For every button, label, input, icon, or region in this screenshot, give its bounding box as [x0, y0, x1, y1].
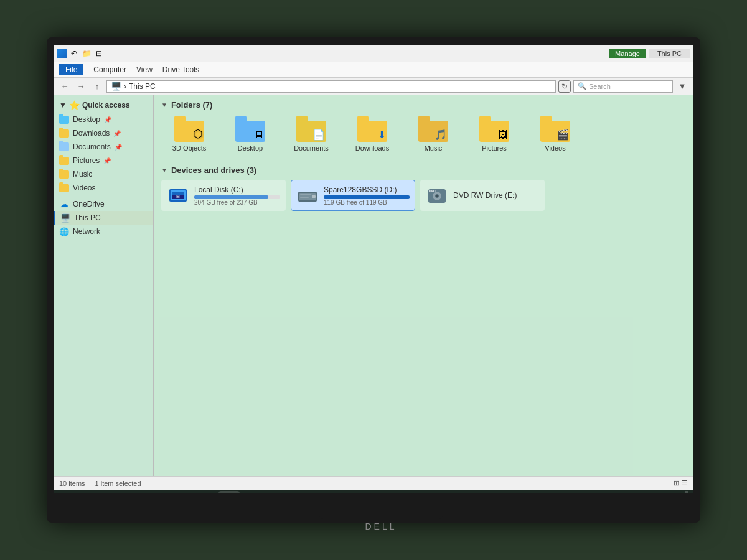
tab-view[interactable]: View [136, 65, 153, 74]
tray-volume[interactable]: 🔊 [612, 491, 626, 493]
folders-grid: ⬡ 3D Objects 🖥 Desktop [161, 114, 685, 156]
dropdown-btn[interactable]: ▼ [675, 80, 689, 93]
ribbon-top-bar: ↶ 📁 ⊟ Manage This PC [54, 45, 693, 62]
drives-section-header[interactable]: ▼ Devices and drives (3) [161, 166, 685, 175]
view-tiles-icon[interactable]: ⊞ [674, 479, 679, 487]
sidebar-item-pictures[interactable]: Pictures 📌 [54, 154, 153, 167]
drive-c-icon: ⊞ [167, 184, 189, 207]
pin-icon-desktop: 📌 [104, 116, 111, 123]
taskbar-icons: ⧉ 📁 🔒 ✉ [196, 491, 531, 493]
search-icon: 🔍 [578, 82, 586, 90]
desktop-folder-icon [59, 114, 69, 124]
taskbar-lock[interactable]: 🔒 [263, 491, 284, 493]
drive-e[interactable]: DVD DVD RW Drive (E:) [420, 180, 545, 211]
nav-back-btn[interactable]: ← [58, 80, 72, 93]
nav-up-btn[interactable]: ↑ [90, 80, 104, 93]
sidebar-item-videos[interactable]: Videos [54, 181, 153, 195]
monitor-bezel: ↶ 📁 ⊟ Manage This PC File Computer View … [47, 37, 700, 523]
address-thispc[interactable]: This PC [129, 82, 156, 91]
sidebar-item-network[interactable]: 🌐 Network [54, 225, 153, 238]
drive-c[interactable]: ⊞ Local Disk (C:) 204 GB free of 237 GB [161, 180, 286, 211]
svg-rect-8 [300, 194, 311, 195]
taskbar-app-7[interactable]: 🎮 [353, 491, 374, 493]
tab-drive-tools[interactable]: Drive Tools [162, 65, 199, 74]
context-tab-thispc[interactable]: This PC [649, 49, 690, 58]
start-button[interactable] [57, 491, 79, 493]
nav-forward-btn[interactable]: → [74, 80, 88, 93]
drive-c-name: Local Disk (C:) [194, 185, 280, 194]
address-bar: ← → ↑ 🖥️ › This PC ↻ 🔍 Search ▼ [54, 78, 693, 95]
taskbar-app-9[interactable]: 🌐 [420, 491, 441, 493]
sidebar-item-onedrive[interactable]: ☁ OneDrive [54, 197, 153, 211]
qat-properties-btn[interactable]: ⊟ [93, 48, 105, 59]
taskbar-spotify[interactable]: ♫ [465, 491, 486, 493]
tab-file[interactable]: File [59, 64, 83, 75]
drive-d-free: 119 GB free of 119 GB [324, 199, 410, 206]
3dobjects-label: 3D Objects [172, 144, 206, 152]
folder-3dobjects[interactable]: ⬡ 3D Objects [161, 114, 217, 156]
drive-e-icon: DVD [426, 184, 448, 207]
folder-documents[interactable]: 📄 Documents [283, 114, 339, 156]
drive-d-name: Spare128GBSSD (D:) [324, 185, 410, 194]
documents-icon: 📄 [296, 118, 326, 142]
sidebar-quick-access[interactable]: ▼ ⭐ Quick access [54, 98, 153, 113]
folder-pictures[interactable]: 🖼 Pictures [466, 114, 522, 156]
folder-music[interactable]: 🎵 Music [405, 114, 461, 156]
folder-downloads[interactable]: ⬇ Downloads [344, 114, 400, 156]
sidebar-desktop-label: Desktop [73, 115, 100, 124]
drives-grid: ⊞ Local Disk (C:) 204 GB free of 237 GB [161, 180, 685, 211]
context-tab-manage[interactable]: Manage [609, 49, 646, 58]
search-placeholder-text: Search [589, 83, 611, 90]
sidebar-item-desktop[interactable]: Desktop 📌 [54, 113, 153, 126]
sidebar-item-documents[interactable]: Documents 📌 [54, 140, 153, 154]
taskbar-explorer[interactable]: 📁 [218, 491, 240, 493]
taskbar-firefox[interactable] [308, 491, 329, 493]
sidebar-item-music[interactable]: Music [54, 167, 153, 181]
desktop-icon: 🖥 [235, 118, 265, 142]
taskbar-app-8[interactable]: ⬤ [375, 491, 397, 493]
tab-computer[interactable]: Computer [93, 65, 126, 74]
sidebar-item-thispc[interactable]: 🖥️ This PC [54, 211, 153, 225]
taskbar-app-11[interactable]: ⊝ [510, 491, 531, 493]
chevron-down-icon: ▼ [59, 101, 67, 110]
folder-videos[interactable]: 🎬 Videos [527, 114, 583, 156]
taskbar-mail[interactable]: ✉ [286, 491, 307, 493]
taskbar-chrome[interactable] [331, 491, 352, 493]
music-label: Music [425, 144, 443, 152]
folder-desktop[interactable]: 🖥 Desktop [222, 114, 278, 156]
drives-header-text: Devices and drives (3) [171, 166, 256, 175]
3dobjects-icon: ⬡ [174, 118, 204, 142]
sidebar-music-label: Music [73, 170, 92, 179]
folders-chevron: ▼ [161, 101, 167, 108]
search-box[interactable]: 🔍 Search [573, 80, 673, 93]
taskbar-app-10[interactable]: ⚠ [443, 491, 464, 493]
folders-section-header[interactable]: ▼ Folders (7) [161, 100, 685, 110]
pictures-folder-icon [59, 156, 69, 166]
taskbar-filezilla[interactable]: F [398, 491, 419, 493]
pictures-label: Pictures [482, 144, 507, 152]
downloads-folder-icon [59, 128, 69, 138]
show-desktop-btn[interactable] [685, 491, 688, 493]
documents-folder-icon [59, 142, 69, 152]
drive-e-info: DVD RW Drive (E:) [453, 191, 539, 200]
qat-back-btn[interactable]: ↶ [68, 48, 80, 59]
monitor-stand: DELL [54, 493, 708, 531]
address-path[interactable]: 🖥️ › This PC [106, 80, 556, 93]
tray-network[interactable]: 🌐 [628, 491, 642, 493]
stand-neck [362, 493, 400, 511]
windows-icon [57, 49, 67, 58]
taskbar-edge[interactable] [241, 491, 262, 493]
videos-folder-icon [59, 183, 69, 193]
sidebar-item-downloads[interactable]: Downloads 📌 [54, 126, 153, 140]
refresh-btn[interactable]: ↻ [558, 80, 571, 93]
downloads-icon: ⬇ [357, 118, 387, 142]
drive-d[interactable]: Spare128GBSSD (D:) 119 GB free of 119 GB [291, 180, 415, 211]
taskbar-right: ⛅ 11°C 🔊 🌐 12:34 12/11/2021 [575, 491, 690, 493]
taskbar-taskview[interactable]: ⧉ [196, 491, 217, 493]
stand-base [319, 511, 443, 519]
drive-c-free: 204 GB free of 237 GB [194, 199, 280, 206]
qat-folder-btn[interactable]: 📁 [81, 48, 92, 59]
taskbar-app-z[interactable]: Z [487, 491, 509, 493]
svg-point-13 [436, 195, 438, 197]
view-list-icon[interactable]: ☰ [682, 479, 688, 487]
